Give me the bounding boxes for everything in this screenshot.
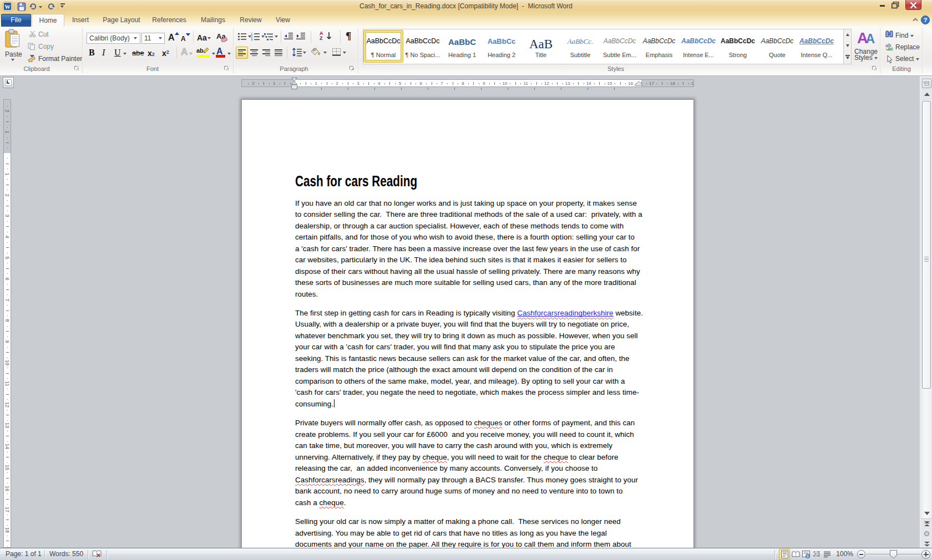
svg-text:ac: ac <box>888 46 893 50</box>
svg-text:3.: 3. <box>251 38 254 41</box>
